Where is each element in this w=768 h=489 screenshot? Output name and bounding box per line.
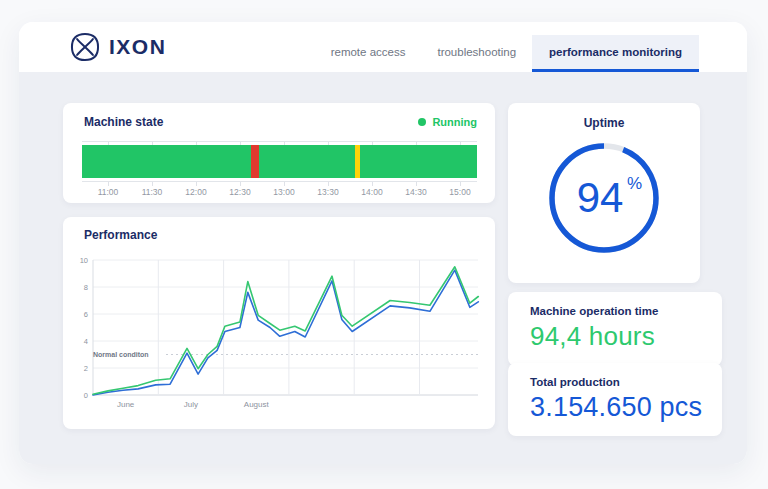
timeline-axis-top [82,141,477,142]
timeline-time-label: 13:30 [317,187,338,197]
operation-time-value: 94,4 hours [530,321,722,352]
performance-card: Performance 0246810JuneJulyAugustNormal … [63,217,495,429]
operation-time-label: Machine operation time [530,305,722,317]
y-tick-label: 6 [84,310,88,319]
timeline-time-label: 11:00 [98,187,119,197]
timeline-tick [196,182,197,186]
uptime-title: Uptime [508,103,700,130]
timeline-tick [108,182,109,186]
timeline-tick [328,182,329,186]
app-window: IXON remote access troubleshooting perfo… [19,22,747,464]
nav-tab-troubleshooting[interactable]: troubleshooting [421,22,532,72]
timeline-tick [460,182,461,186]
performance-chart: 0246810JuneJulyAugustNormal conditon [63,217,495,429]
timeline-time-label: 13:00 [273,187,294,197]
normal-condition-label: Normal conditon [93,351,149,358]
operation-time-card: Machine operation time 94,4 hours [508,292,722,366]
running-legend: Running [418,116,477,128]
app-header: IXON remote access troubleshooting perfo… [19,22,747,72]
production-card: Total production 3.154.650 pcs [508,363,722,436]
timeline-time-label: 15:00 [449,187,470,197]
nav-tab-remote-access[interactable]: remote access [315,22,422,72]
x-tick-label: July [184,400,198,409]
timeline-time-label: 11:30 [142,187,163,197]
y-tick-label: 4 [84,337,88,346]
timeline-tick [152,182,153,186]
machine-state-title: Machine state [84,115,163,129]
timeline-tick [372,182,373,186]
timeline-segment-unlabeled-yellow [355,145,360,178]
machine-state-timeline: 11:0011:3012:0012:3013:0013:3014:0014:30… [82,141,477,199]
series-blue [93,270,478,395]
timeline-time-label: 12:00 [185,187,206,197]
dashboard-body: Machine state Running 11:0011:3012:0012:… [19,72,747,464]
timeline-tick [284,182,285,186]
nav-tab-performance-monitoring[interactable]: performance monitoring [532,35,699,72]
timeline-bar [82,145,477,178]
y-tick-label: 0 [84,391,88,400]
x-tick-label: June [117,400,135,409]
brand-name: IXON [109,35,166,59]
timeline-segment-running [82,145,477,178]
production-label: Total production [530,376,722,388]
y-tick-label: 10 [80,256,88,265]
uptime-value: 94 [577,174,624,221]
running-dot-icon [418,118,426,126]
timeline-time-label: 12:30 [229,187,250,197]
timeline-tick [240,182,241,186]
timeline-axis-bottom [82,181,477,182]
timeline-time-label: 14:00 [361,187,382,197]
x-tick-label: August [244,400,270,409]
machine-state-card: Machine state Running 11:0011:3012:0012:… [63,103,495,203]
ixon-logo-icon [70,32,100,62]
series-green [93,267,478,395]
uptime-card: Uptime 94 % [508,103,700,283]
y-tick-label: 8 [84,283,88,292]
timeline-tick [416,182,417,186]
brand-logo: IXON [70,32,166,62]
uptime-ring: 94 % [547,141,661,255]
uptime-unit: % [627,174,642,193]
main-nav: remote access troubleshooting performanc… [315,22,699,72]
production-value: 3.154.650 pcs [530,392,722,423]
timeline-time-label: 14:30 [405,187,426,197]
running-legend-label: Running [432,116,477,128]
y-tick-label: 2 [84,364,88,373]
timeline-segment-unlabeled-red [251,145,259,178]
